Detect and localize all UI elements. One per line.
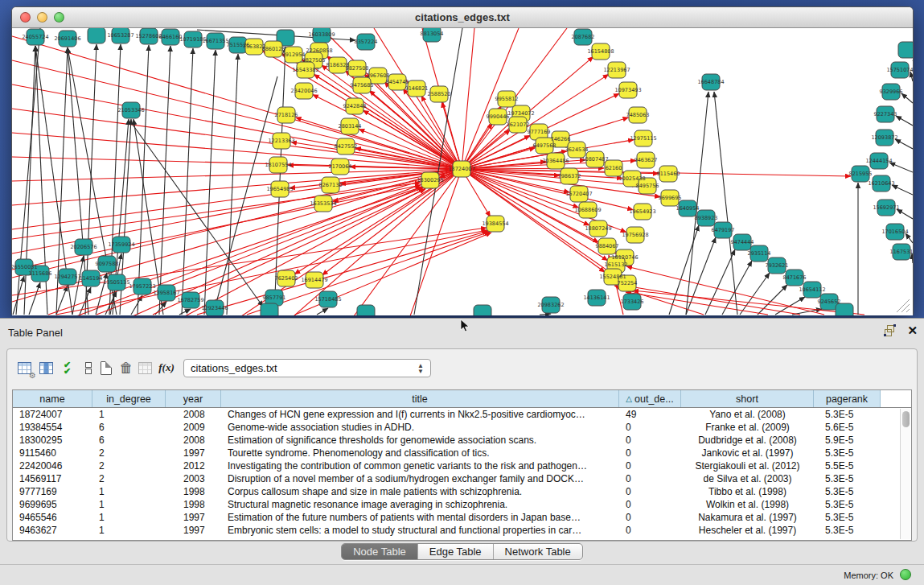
cell-out-de-: 0 [619,447,681,459]
memory-status-indicator[interactable] [900,569,911,580]
table-header-row[interactable]: namein_degreeyeartitle△out_de...shortpag… [13,390,911,408]
node-label: 10025438 [618,175,645,182]
table-row[interactable]: 2242004622012Investigating the contribut… [13,459,911,472]
network-canvas[interactable]: 2405572420691406106532871527860264661601… [12,28,913,315]
cell-short: Wolkin et al. (1998) [681,499,814,510]
node-label: 9115460 [657,171,680,177]
table-row[interactable]: 1456911722003Disruption of a novel membe… [13,472,911,485]
select-columns-icon[interactable]: ✔✔ [58,359,76,377]
node-label: 9699695 [659,195,682,201]
cell-in-degree: 1 [92,409,166,420]
cell-name: 9777169 [13,486,92,497]
resize-grip-icon[interactable] [893,296,911,314]
table-body[interactable]: 1872400712008Changes of HCN gene express… [13,408,911,537]
table-row[interactable]: 1938455462009Genome-wide association stu… [13,421,911,434]
cell-name: 18300295 [13,435,92,446]
teal-node[interactable] [898,42,913,58]
node-label: 3624534 [565,146,589,153]
zoom-window-button[interactable] [54,12,64,23]
table-source-dropdown[interactable]: citations_edges.txt ▲▼ [183,359,431,377]
table-vertical-scrollbar[interactable] [900,409,910,539]
node-label: 9777169 [528,129,551,135]
cell-out-de-: 49 [619,409,681,420]
cell-in-degree: 6 [92,422,166,433]
node-label: 9146821 [405,85,429,92]
teal-node[interactable] [474,305,491,315]
table-row[interactable]: 946362711997Embryonic stem cells: a mode… [13,524,911,537]
node-table[interactable]: namein_degreeyeartitle△out_de...shortpag… [12,389,912,541]
table-row[interactable]: 1830029562008Estimation of significance … [13,434,911,447]
cell-title: Genome-wide association studies in ADHD. [221,422,619,433]
status-bar: Memory: OK [0,564,924,585]
node-label: 20983262 [537,302,564,308]
tab-edge-table[interactable]: Edge Table [418,544,494,559]
node-label: 18300295 [417,177,443,183]
cell-title: Tourette syndrome. Phenomenology and cla… [221,447,619,459]
merge-rows-icon[interactable] [80,359,97,377]
column-header-out-de-[interactable]: △out_de... [619,390,681,407]
scrollbar-thumb[interactable] [902,411,910,427]
column-header-in-degree[interactable]: in_degree [92,390,166,407]
node-label: 15751074 [886,67,913,73]
node-label: 10807487 [581,156,608,163]
node-label: 10654112 [799,286,825,293]
node-label: 24055724 [22,34,48,40]
node-label: 1115686 [29,270,52,277]
node-label: 8495756 [636,183,659,189]
table-row[interactable]: 946554611997Estimation of the future num… [13,511,911,524]
close-window-button[interactable] [20,12,31,23]
minimize-window-button[interactable] [37,12,47,23]
table-row[interactable]: 969969511998Structural magnetic resonanc… [13,498,911,511]
network-window[interactable]: citations_edges.txt 24055724206914061065… [11,6,914,315]
table-settings-icon[interactable]: ⚙ [15,359,33,377]
citation-network-graph[interactable]: 2405572420691406106532871527860264661601… [12,28,913,315]
table-columns-icon[interactable] [37,359,55,377]
column-header-short[interactable]: short [681,390,814,407]
column-header-name[interactable]: name [13,390,92,407]
cell-pagerank: 5.9E-5 [814,435,881,446]
cell-name: 18724007 [13,409,92,420]
node-label: 9827508 [346,65,369,72]
teal-node[interactable] [357,305,375,315]
node-label: 20691406 [54,35,80,42]
node-label: 12444154 [865,158,892,164]
node-label: 19654923 [629,208,655,215]
node-label: 2087682 [572,34,595,40]
node-label: 21053346 [117,107,144,113]
table-panel-title: Table Panel [8,327,63,339]
tab-network-table[interactable]: Network Table [494,544,582,559]
node-label: 12093872 [871,134,897,141]
column-header-year[interactable]: year [166,390,221,407]
column-header-pagerank[interactable]: pagerank [814,390,881,407]
close-panel-icon[interactable]: ✕ [907,325,918,336]
float-panel-icon[interactable] [885,325,896,336]
node-label: 7625402 [275,275,298,282]
tab-node-table[interactable]: Node Table [342,544,418,559]
node-label: 17016504 [881,229,908,235]
column-header-title[interactable]: title [221,390,619,407]
network-window-titlebar[interactable]: citations_edges.txt [12,7,913,28]
cell-in-degree: 2 [92,447,166,459]
node-label: 16154808 [587,48,614,55]
table-row[interactable]: 1872400712008Changes of HCN gene express… [13,408,911,421]
teal-node[interactable] [836,303,853,315]
node-label: 9097588 [96,261,119,267]
table-row[interactable]: 911546021997Tourette syndrome. Phenomeno… [13,447,911,459]
node-label: 2718126 [275,112,298,118]
cell-name: 9465546 [13,512,92,523]
cell-short: Dudbridge et al. (2008) [681,435,814,446]
node-label: 9827505 [302,57,326,64]
teal-node[interactable] [261,303,278,315]
node-label: 1733426 [621,299,644,305]
table-row[interactable]: 977716911998Corpus callosum shape and si… [13,485,911,498]
cell-name: 14569117 [13,473,92,484]
node-label: 9857791 [263,295,286,301]
mouse-cursor [460,319,471,333]
table-panel-body: ⚙ ✔✔ 🗑 f(x) citations_edges.txt ▲▼ namei… [6,348,918,542]
delete-table-icon[interactable]: 🗑 [117,359,135,377]
cell-short: Yano et al. (2008) [681,409,814,420]
teal-node[interactable] [88,28,105,43]
function-builder-icon[interactable]: f(x) [158,359,175,377]
new-table-icon[interactable] [97,359,115,377]
cell-pagerank: 5.3E-5 [814,447,881,459]
